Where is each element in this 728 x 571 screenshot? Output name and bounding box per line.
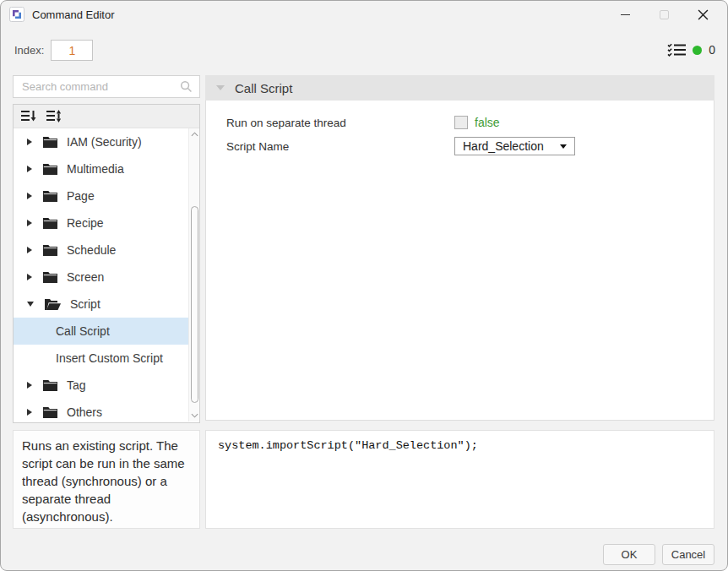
property-row-script-name: Script Name Hard_Selection bbox=[206, 137, 714, 155]
folder-icon bbox=[43, 137, 57, 148]
search-box bbox=[13, 75, 200, 98]
folder-icon bbox=[43, 407, 57, 418]
tree-toolbar bbox=[14, 105, 199, 128]
tree-item-label: IAM (Security) bbox=[67, 135, 142, 149]
tree-item-multimedia[interactable]: Multimedia bbox=[14, 155, 188, 182]
chevron-right-icon[interactable] bbox=[27, 247, 32, 253]
titlebar: Command Editor bbox=[1, 1, 727, 28]
folder-icon bbox=[43, 272, 57, 283]
maximize-button[interactable] bbox=[644, 2, 683, 27]
property-section-header: Call Script bbox=[205, 75, 714, 101]
chevron-right-icon[interactable] bbox=[27, 166, 32, 172]
index-label: Index: bbox=[14, 44, 44, 57]
folder-icon bbox=[43, 191, 57, 202]
section-title: Call Script bbox=[235, 81, 292, 95]
scroll-up-icon[interactable] bbox=[189, 128, 199, 140]
command-tree-panel: IAM (Security) Multimedia Page bbox=[13, 104, 200, 423]
checkbox-value-label: false bbox=[475, 116, 500, 129]
tree-item-iam-security[interactable]: IAM (Security) bbox=[14, 128, 188, 155]
tree-item-schedule[interactable]: Schedule bbox=[14, 237, 188, 264]
tree-item-script[interactable]: Script bbox=[14, 291, 188, 318]
folder-icon bbox=[43, 164, 57, 175]
section-collapse-icon[interactable] bbox=[216, 85, 225, 90]
tree-item-label: Call Script bbox=[56, 324, 110, 338]
tree-item-label: Recipe bbox=[67, 216, 104, 230]
property-row-run-on-separate-thread: Run on separate thread false bbox=[206, 116, 714, 129]
chevron-down-icon[interactable] bbox=[27, 302, 34, 307]
tree-item-label: Script bbox=[70, 297, 101, 311]
command-editor-window: Command Editor Index: 0 bbox=[0, 0, 728, 571]
script-code-preview[interactable]: system.importScript("Hard_Selection"); bbox=[205, 430, 714, 529]
tree-scrollbar[interactable] bbox=[188, 128, 199, 421]
tree-item-label: Schedule bbox=[67, 243, 116, 257]
index-row: Index: bbox=[14, 40, 93, 61]
window-controls bbox=[606, 1, 722, 28]
ok-button[interactable]: OK bbox=[603, 544, 655, 565]
run-on-separate-thread-checkbox[interactable] bbox=[454, 116, 468, 129]
folder-icon bbox=[43, 380, 57, 391]
chevron-right-icon[interactable] bbox=[27, 139, 32, 145]
index-input[interactable] bbox=[51, 40, 93, 61]
tree-item-page[interactable]: Page bbox=[14, 182, 188, 209]
scroll-down-icon[interactable] bbox=[189, 410, 199, 421]
chevron-right-icon[interactable] bbox=[27, 274, 32, 280]
close-icon bbox=[698, 9, 709, 20]
window-title: Command Editor bbox=[32, 8, 115, 21]
search-input[interactable] bbox=[20, 79, 180, 94]
search-icon bbox=[180, 80, 193, 93]
minimize-icon bbox=[621, 14, 630, 15]
tree-item-call-script[interactable]: Call Script bbox=[14, 318, 188, 345]
status-cluster: 0 bbox=[667, 43, 715, 57]
tree-item-label: Screen bbox=[67, 270, 104, 284]
dropdown-selected-value: Hard_Selection bbox=[463, 139, 544, 153]
property-label: Run on separate thread bbox=[226, 117, 454, 129]
tree-item-label: Insert Custom Script bbox=[56, 351, 163, 365]
tree-item-others[interactable]: Others bbox=[14, 399, 188, 421]
property-label: Script Name bbox=[226, 140, 454, 153]
folder-icon bbox=[43, 245, 57, 256]
status-count: 0 bbox=[709, 43, 715, 57]
tree-item-label: Page bbox=[67, 189, 95, 203]
app-logo-icon bbox=[9, 7, 24, 22]
tree-item-insert-custom-script[interactable]: Insert Custom Script bbox=[14, 345, 188, 372]
close-button[interactable] bbox=[683, 2, 722, 27]
tree-item-recipe[interactable]: Recipe bbox=[14, 209, 188, 237]
maximize-icon bbox=[660, 10, 669, 19]
scrollbar-thumb[interactable] bbox=[191, 206, 198, 403]
tree-item-label: Multimedia bbox=[67, 162, 124, 176]
chevron-right-icon[interactable] bbox=[27, 193, 32, 199]
tree-item-screen[interactable]: Screen bbox=[14, 264, 188, 291]
property-panel: Run on separate thread false Script Name… bbox=[205, 101, 714, 421]
cancel-button[interactable]: Cancel bbox=[662, 544, 714, 565]
tree-item-label: Others bbox=[67, 405, 102, 419]
chevron-right-icon[interactable] bbox=[27, 409, 32, 416]
command-description: Runs an existing script. The script can … bbox=[13, 430, 200, 529]
folder-icon bbox=[43, 218, 57, 229]
script-name-dropdown[interactable]: Hard_Selection bbox=[454, 137, 575, 155]
minimize-button[interactable] bbox=[606, 2, 644, 27]
tree-list: IAM (Security) Multimedia Page bbox=[14, 128, 199, 421]
dropdown-arrow-icon bbox=[560, 144, 567, 149]
tree-item-label: Tag bbox=[67, 378, 86, 392]
checklist-icon[interactable] bbox=[667, 43, 686, 57]
collapse-all-icon[interactable] bbox=[21, 110, 36, 122]
chevron-right-icon[interactable] bbox=[27, 220, 32, 226]
tree-item-tag[interactable]: Tag bbox=[14, 372, 188, 399]
folder-open-icon bbox=[45, 299, 61, 310]
expand-all-icon[interactable] bbox=[46, 110, 62, 122]
status-dot-icon bbox=[693, 46, 702, 55]
chevron-right-icon[interactable] bbox=[27, 382, 32, 389]
